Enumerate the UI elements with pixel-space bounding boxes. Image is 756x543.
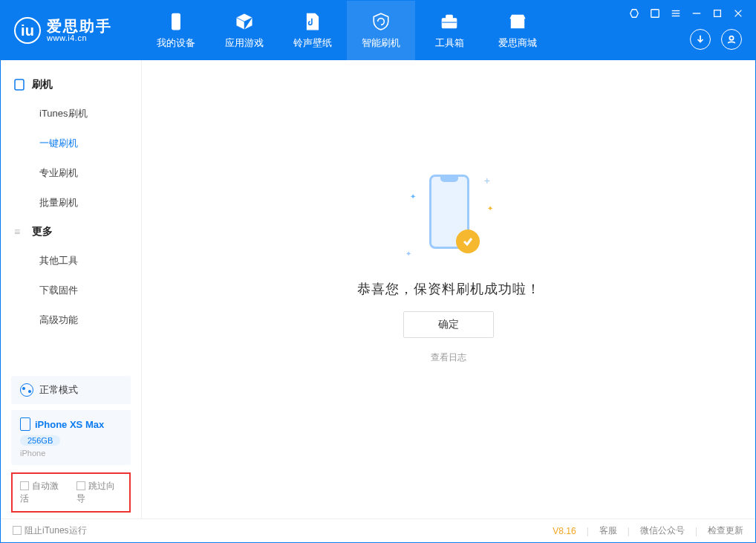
download-button[interactable]	[690, 29, 711, 50]
sidebar-group-flash: 刷机	[1, 71, 141, 99]
check-update-link[interactable]: 检查更新	[708, 524, 743, 537]
svg-rect-1	[442, 19, 457, 28]
wechat-link[interactable]: 微信公众号	[640, 524, 685, 537]
nav-label: 应用游戏	[225, 36, 264, 50]
nav-label: 工具箱	[435, 36, 464, 50]
app-name: 爱思助手	[47, 19, 112, 33]
sidebar-item-itunes-flash[interactable]: iTunes刷机	[1, 99, 141, 129]
feedback-icon[interactable]	[648, 7, 662, 20]
success-message: 恭喜您，保资料刷机成功啦！	[357, 280, 541, 298]
phone-icon	[166, 11, 186, 32]
account-button[interactable]	[721, 29, 742, 50]
nav-label: 铃声壁纸	[293, 36, 332, 50]
maximize-icon[interactable]	[711, 7, 724, 20]
sidebar-item-batch-flash[interactable]: 批量刷机	[1, 188, 141, 218]
status-bar: 阻止iTunes运行 V8.16 | 客服 | 微信公众号 | 检查更新	[1, 518, 755, 542]
cube-icon	[234, 11, 255, 32]
svg-rect-10	[714, 10, 721, 17]
sidebar: 刷机 iTunes刷机 一键刷机 专业刷机 批量刷机 ≡ 更多 其他工具 下载固…	[1, 60, 142, 518]
device-card[interactable]: iPhone XS Max 256GB iPhone	[11, 410, 131, 465]
device-capacity: 256GB	[20, 435, 60, 446]
list-icon: ≡	[14, 226, 26, 238]
device-name: iPhone XS Max	[35, 419, 104, 430]
device-icon	[14, 79, 26, 91]
menu-icon[interactable]	[669, 7, 682, 20]
sidebar-item-oneclick-flash[interactable]: 一键刷机	[1, 129, 141, 158]
nav-label: 我的设备	[157, 36, 195, 50]
device-type: iPhone	[20, 449, 122, 458]
titlebar-controls	[628, 7, 745, 20]
logo-icon: iu	[14, 17, 41, 44]
phone-outline-icon	[20, 417, 30, 431]
app-url: www.i4.cn	[47, 33, 112, 42]
customer-service-link[interactable]: 客服	[599, 524, 617, 537]
sidebar-group-more: ≡ 更多	[1, 218, 141, 246]
minimize-icon[interactable]	[690, 7, 703, 20]
block-itunes-checkbox[interactable]: 阻止iTunes运行	[13, 524, 87, 537]
svg-rect-5	[651, 10, 659, 18]
sidebar-item-pro-flash[interactable]: 专业刷机	[1, 158, 141, 188]
nav-ringtone-wallpaper[interactable]: 铃声壁纸	[278, 1, 347, 60]
app-header: iu 爱思助手 www.i4.cn 我的设备 应用游戏 铃声壁纸 智能刷机 工具…	[1, 1, 755, 60]
main-content: 恭喜您，保资料刷机成功啦！ 确定 查看日志	[142, 60, 755, 518]
header-right-actions	[690, 29, 742, 50]
nav-label: 智能刷机	[362, 36, 400, 50]
skip-guide-checkbox[interactable]: 跳过向导	[76, 480, 123, 505]
nav-smart-flash[interactable]: 智能刷机	[347, 1, 415, 60]
sidebar-item-other-tools[interactable]: 其他工具	[1, 246, 141, 276]
shield-refresh-icon	[371, 11, 391, 32]
nav-store[interactable]: 爱思商城	[483, 1, 552, 60]
svg-rect-14	[15, 79, 24, 90]
mode-label: 正常模式	[39, 383, 78, 397]
theme-icon[interactable]	[628, 7, 641, 20]
main-nav: 我的设备 应用游戏 铃声壁纸 智能刷机 工具箱 爱思商城	[142, 1, 552, 60]
app-logo: iu 爱思助手 www.i4.cn	[1, 17, 142, 44]
music-file-icon	[302, 11, 323, 32]
close-icon[interactable]	[731, 7, 745, 20]
ok-button[interactable]: 确定	[403, 311, 494, 338]
svg-rect-0	[172, 13, 180, 30]
checkmark-badge-icon	[456, 230, 480, 253]
nav-toolbox[interactable]: 工具箱	[415, 1, 483, 60]
nav-label: 爱思商城	[498, 36, 537, 50]
success-illustration	[404, 170, 493, 267]
auto-activate-checkbox[interactable]: 自动激活	[20, 480, 66, 505]
view-log-link[interactable]: 查看日志	[431, 351, 466, 364]
svg-rect-2	[446, 15, 453, 18]
store-icon	[507, 11, 528, 32]
mode-icon	[20, 383, 33, 397]
sidebar-item-advanced[interactable]: 高级功能	[1, 305, 141, 335]
svg-rect-4	[511, 19, 524, 28]
version-label: V8.16	[553, 526, 576, 536]
svg-point-13	[729, 36, 733, 40]
nav-my-device[interactable]: 我的设备	[142, 1, 210, 60]
toolbox-icon	[439, 11, 460, 32]
nav-apps-games[interactable]: 应用游戏	[210, 1, 278, 60]
flash-options-row: 自动激活 跳过向导	[11, 472, 131, 513]
sidebar-item-download-firmware[interactable]: 下载固件	[1, 276, 141, 305]
device-mode-card[interactable]: 正常模式	[11, 376, 131, 404]
